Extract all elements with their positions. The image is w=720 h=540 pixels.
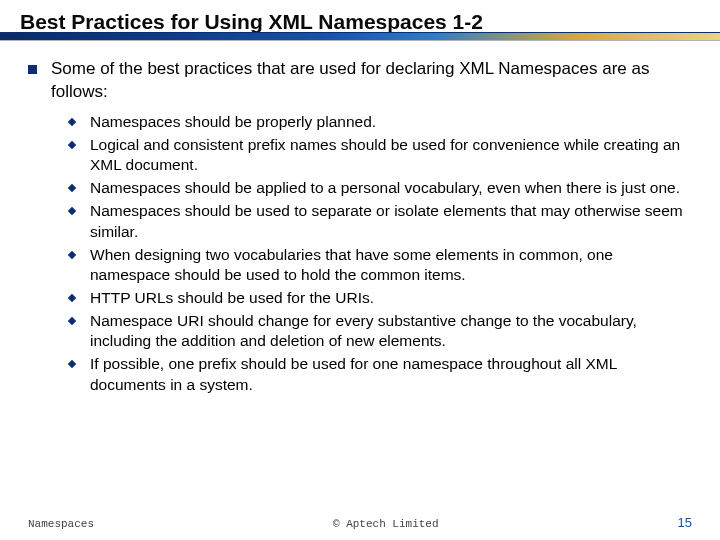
list-item: Namespaces should be applied to a person… (68, 178, 692, 198)
content-area: Some of the best practices that are used… (0, 40, 720, 395)
diamond-bullet-icon (68, 118, 76, 126)
list-item: Namespace URI should change for every su… (68, 311, 692, 351)
diamond-bullet-icon (68, 360, 76, 368)
list-item-text: If possible, one prefix should be used f… (90, 354, 692, 394)
footer-left: Namespaces (28, 518, 94, 530)
lead-bullet: Some of the best practices that are used… (28, 58, 692, 104)
lead-text: Some of the best practices that are used… (51, 58, 692, 104)
diamond-bullet-icon (68, 207, 76, 215)
slide-footer: Namespaces © Aptech Limited 15 (0, 515, 720, 530)
title-underline (0, 32, 720, 40)
page-number: 15 (678, 515, 692, 530)
list-item: Logical and consistent prefix names shou… (68, 135, 692, 175)
list-item-text: Namespaces should be properly planned. (90, 112, 376, 132)
diamond-bullet-icon (68, 251, 76, 259)
list-item: Namespaces should be used to separate or… (68, 201, 692, 241)
diamond-bullet-icon (68, 184, 76, 192)
list-item-text: Logical and consistent prefix names shou… (90, 135, 692, 175)
list-item-text: Namespaces should be used to separate or… (90, 201, 692, 241)
diamond-bullet-icon (68, 317, 76, 325)
sub-bullet-list: Namespaces should be properly planned. L… (28, 112, 692, 395)
title-bar: Best Practices for Using XML Namespaces … (0, 0, 720, 40)
list-item: Namespaces should be properly planned. (68, 112, 692, 132)
list-item: If possible, one prefix should be used f… (68, 354, 692, 394)
list-item-text: Namespace URI should change for every su… (90, 311, 692, 351)
list-item-text: HTTP URLs should be used for the URIs. (90, 288, 374, 308)
diamond-bullet-icon (68, 141, 76, 149)
diamond-bullet-icon (68, 294, 76, 302)
footer-center: © Aptech Limited (94, 518, 678, 530)
list-item-text: When designing two vocabularies that hav… (90, 245, 692, 285)
list-item: HTTP URLs should be used for the URIs. (68, 288, 692, 308)
list-item: When designing two vocabularies that hav… (68, 245, 692, 285)
list-item-text: Namespaces should be applied to a person… (90, 178, 680, 198)
slide-title: Best Practices for Using XML Namespaces … (20, 10, 700, 34)
square-bullet-icon (28, 65, 37, 74)
